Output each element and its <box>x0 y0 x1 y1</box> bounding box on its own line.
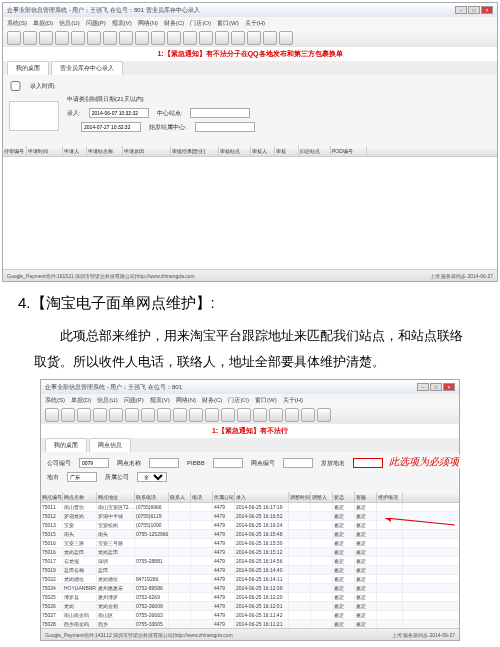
table-row[interactable]: 75025博罗县惠州博罗0752-626944792014-06-25 16:1… <box>41 593 459 602</box>
menu-item[interactable]: 问题(P) <box>124 396 144 405</box>
table-row[interactable]: 75022龙岗塘坑龙岗塘坑8471926644792014-06-25 16:1… <box>41 575 459 584</box>
toolbar-button[interactable] <box>269 408 283 422</box>
minimize-button[interactable]: – <box>417 383 429 391</box>
maximize-button[interactable]: □ <box>430 383 442 391</box>
table-row[interactable]: 75026龙岗龙岗金稻0752-3660944792014-06-25 16:1… <box>41 602 459 611</box>
toolbar-button[interactable] <box>221 408 235 422</box>
menu-item[interactable]: 信息(U) <box>59 19 79 28</box>
toolbar-button[interactable] <box>279 31 293 45</box>
column-header[interactable]: 申请站名称 <box>87 146 123 156</box>
toolbar-button[interactable] <box>61 408 75 422</box>
menu-item[interactable]: 窗口(W) <box>255 396 277 405</box>
minimize-button[interactable]: – <box>455 6 467 14</box>
column-header[interactable]: 录入 <box>235 492 289 502</box>
menu-item[interactable]: 财务(C) <box>202 396 222 405</box>
column-header[interactable]: POD编号 <box>331 146 367 156</box>
toolbar-button[interactable] <box>77 408 91 422</box>
toolbar-button[interactable] <box>141 408 155 422</box>
menu-item[interactable]: 系统(S) <box>7 19 27 28</box>
toolbar-button[interactable] <box>23 31 37 45</box>
toolbar-button[interactable] <box>119 31 133 45</box>
table-row[interactable]: 75017石龙报深圳0755-2888144792014-06-25 16:14… <box>41 557 459 566</box>
entrytime-checkbox[interactable] <box>9 81 22 91</box>
tab-desktop[interactable]: 我的桌面 <box>7 61 49 75</box>
toolbar-button[interactable] <box>247 31 261 45</box>
toolbar-button[interactable] <box>135 31 149 45</box>
toolbar-button[interactable] <box>253 408 267 422</box>
toolbar-button[interactable] <box>7 31 21 45</box>
menu-item[interactable]: 门店(O) <box>228 396 249 405</box>
table-row[interactable]: 75015南头南头0755-125296644792014-06-25 16:1… <box>41 530 459 539</box>
menu-item[interactable]: 关于(H) <box>245 19 265 28</box>
branch-input[interactable] <box>149 458 179 468</box>
sendplace-input[interactable] <box>353 458 383 468</box>
column-header[interactable]: 网点地址 <box>97 492 135 502</box>
toolbar-button[interactable] <box>103 31 117 45</box>
close-button[interactable]: × <box>443 383 455 391</box>
menu-item[interactable]: 关于(H) <box>283 396 303 405</box>
table-row[interactable]: 75016宝安三路宝安三号路44792014-06-25 16:15:30嘉定嘉… <box>41 539 459 548</box>
menu-item[interactable]: 网络(N) <box>138 19 158 28</box>
menu-item[interactable]: 门店(O) <box>190 19 211 28</box>
toolbar-button[interactable] <box>189 408 203 422</box>
toolbar-button[interactable] <box>93 408 107 422</box>
toolbar-button[interactable] <box>39 31 53 45</box>
toolbar-button[interactable] <box>263 31 277 45</box>
menu-item[interactable]: 报表(V) <box>150 396 170 405</box>
toolbar-button[interactable] <box>71 31 85 45</box>
column-header[interactable]: 审核 <box>275 146 299 156</box>
column-header[interactable]: 联系人 <box>169 492 191 502</box>
owner-select[interactable]: 全部 <box>137 472 167 482</box>
table-row[interactable]: 75019盐田石梅盐田44792014-06-25 16:14:40嘉定嘉定 <box>41 566 459 575</box>
close-button[interactable]: × <box>481 6 493 14</box>
column-header[interactable]: 调整时间 <box>289 492 311 502</box>
menu-item[interactable]: 单据(D) <box>33 19 53 28</box>
column-header[interactable]: 调整人 <box>311 492 333 502</box>
column-header[interactable]: 网点编号 <box>41 492 63 502</box>
menu-item[interactable]: 网络(N) <box>176 396 196 405</box>
table-row[interactable]: 75012罗湖龙岗罗湖中半城(0755)611944792014-06-25 1… <box>41 512 459 521</box>
toolbar-button[interactable] <box>45 408 59 422</box>
column-header[interactable]: 状态 <box>333 492 355 502</box>
toolbar-button[interactable] <box>317 408 331 422</box>
toolbar-button[interactable] <box>167 31 181 45</box>
toolbar-button[interactable] <box>231 31 245 45</box>
toolbar-button[interactable] <box>125 408 139 422</box>
menu-item[interactable]: 报表(V) <box>112 19 132 28</box>
table-row[interactable]: 75013宝安宝安松岗(0755)109044792014-06-25 16:1… <box>41 521 459 530</box>
toolbar-button[interactable] <box>151 31 165 45</box>
column-header[interactable]: 联系电话 <box>135 492 169 502</box>
column-header[interactable]: 申请时间 <box>27 146 63 156</box>
table-row[interactable]: 75027南山南金码南山区0755-2666344792014-06-25 16… <box>41 611 459 620</box>
table-row[interactable]: 75016龙岗盐田龙岗盐田44792014-06-25 16:15:12嘉定嘉定 <box>41 548 459 557</box>
date-from-input[interactable] <box>89 108 149 118</box>
column-header[interactable]: 审核人 <box>251 146 275 156</box>
origin-input[interactable] <box>195 122 255 132</box>
toolbar-button[interactable] <box>109 408 123 422</box>
table-row[interactable]: 75011南山普坊南山宝安区72…(0755)696644792014-06-2… <box>41 503 459 512</box>
menu-item[interactable]: 信息(U) <box>97 396 117 405</box>
date-to-input[interactable] <box>81 122 141 132</box>
menu-item[interactable]: 财务(C) <box>164 19 184 28</box>
column-header[interactable]: 申请原因 <box>123 146 171 156</box>
table-row[interactable]: 75028西乡南金码西乡0755-3360544792014-06-25 16:… <box>41 620 459 628</box>
pibbb-input[interactable] <box>213 458 243 468</box>
tab-entry[interactable]: 营业员库存中心录入 <box>51 61 123 75</box>
company-input[interactable] <box>79 458 109 468</box>
column-header[interactable]: 申请人 <box>63 146 87 156</box>
menu-item[interactable]: 系统(S) <box>45 396 65 405</box>
toolbar-button[interactable] <box>237 408 251 422</box>
toolbar-button[interactable] <box>205 408 219 422</box>
column-header[interactable]: 电话 <box>191 492 213 502</box>
tab-desktop[interactable]: 我的桌面 <box>45 438 87 452</box>
center-input[interactable] <box>190 108 250 118</box>
toolbar-button[interactable] <box>199 31 213 45</box>
toolbar-button[interactable] <box>301 408 315 422</box>
menu-item[interactable]: 单据(D) <box>71 396 91 405</box>
toolbar-button[interactable] <box>183 31 197 45</box>
tab-branch[interactable]: 网点信息 <box>89 438 131 452</box>
branchno-input[interactable] <box>283 458 313 468</box>
column-header[interactable]: 审核站点 <box>219 146 251 156</box>
column-header[interactable]: 审批结果[营业] <box>171 146 219 156</box>
toolbar-button[interactable] <box>173 408 187 422</box>
